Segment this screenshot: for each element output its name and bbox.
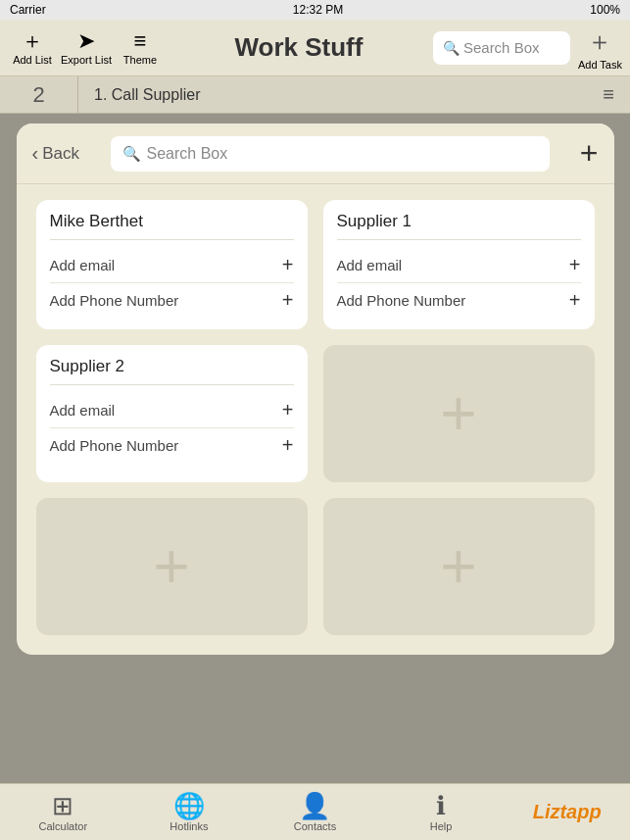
- toolbar-search-icon: 🔍: [443, 40, 460, 56]
- add-task-icon: ＋: [587, 25, 612, 59]
- time-text: 12:32 PM: [293, 3, 343, 17]
- add-phone-label-mike: Add Phone Number: [50, 292, 179, 309]
- add-email-row-supplier2[interactable]: Add email +: [50, 393, 294, 428]
- contact-card-mike: Mike Berthet Add email + Add Phone Numbe…: [36, 200, 308, 329]
- help-icon: ℹ: [436, 793, 446, 818]
- liztapp-logo: Liztapp: [504, 801, 630, 823]
- export-icon: ➤: [77, 30, 95, 52]
- modal-body: Mike Berthet Add email + Add Phone Numbe…: [17, 184, 614, 655]
- calculator-label: Calculator: [39, 820, 88, 832]
- add-new-plus-icon-3: +: [440, 535, 476, 598]
- toolbar-title: Work Stuff: [165, 32, 433, 63]
- add-phone-label-supplier2: Add Phone Number: [50, 437, 179, 454]
- theme-label: Theme: [123, 54, 157, 66]
- add-email-plus-supplier2[interactable]: +: [282, 399, 294, 421]
- contact-name-mike: Mike Berthet: [50, 212, 294, 240]
- tab-menu-button[interactable]: ≡: [587, 83, 630, 106]
- modal-header: ‹ Back 🔍 Search Box +: [17, 124, 614, 184]
- tab-number[interactable]: 2: [0, 76, 78, 113]
- contacts-icon: 👤: [299, 793, 330, 818]
- add-phone-plus-supplier1[interactable]: +: [569, 289, 581, 312]
- add-email-row-mike[interactable]: Add email +: [50, 248, 294, 283]
- tab-row: 2 1. Call Supplier ≡: [0, 76, 630, 114]
- contacts-modal: ‹ Back 🔍 Search Box + Mike Berthet Add e…: [17, 124, 614, 655]
- export-list-button[interactable]: ➤ Export List: [61, 30, 112, 66]
- add-email-plus-mike[interactable]: +: [282, 254, 294, 276]
- nav-contacts[interactable]: 👤 Contacts: [252, 784, 378, 840]
- add-phone-label-supplier1: Add Phone Number: [337, 292, 466, 309]
- hotlinks-label: Hotlinks: [170, 820, 208, 832]
- main-toolbar: ＋ Add List ➤ Export List ≡ Theme Work St…: [0, 20, 630, 76]
- add-new-contact-card-1[interactable]: +: [323, 345, 595, 482]
- modal-search-text: Search Box: [147, 145, 228, 163]
- add-phone-plus-mike[interactable]: +: [282, 289, 294, 312]
- liztapp-logo-text: Liztapp: [533, 801, 602, 823]
- add-list-button[interactable]: ＋ Add List: [8, 30, 57, 66]
- add-phone-row-supplier1[interactable]: Add Phone Number +: [337, 283, 581, 318]
- add-new-plus-icon-1: +: [440, 382, 476, 445]
- modal-add-button[interactable]: +: [559, 135, 599, 172]
- add-email-plus-supplier1[interactable]: +: [569, 254, 581, 276]
- export-list-label: Export List: [61, 54, 112, 66]
- modal-overlay: ‹ Back 🔍 Search Box + Mike Berthet Add e…: [0, 114, 630, 783]
- add-phone-row-mike[interactable]: Add Phone Number +: [50, 283, 294, 318]
- add-phone-plus-supplier2[interactable]: +: [282, 434, 294, 457]
- back-label: Back: [42, 144, 79, 164]
- toolbar-search-box[interactable]: 🔍 Search Box: [433, 31, 570, 65]
- carrier-text: Carrier: [10, 3, 46, 17]
- add-new-contact-card-2[interactable]: +: [36, 498, 308, 635]
- back-button[interactable]: ‹ Back: [32, 142, 101, 165]
- contact-card-supplier1: Supplier 1 Add email + Add Phone Number …: [323, 200, 595, 329]
- tab-task-title: 1. Call Supplier: [78, 86, 587, 104]
- add-email-label-mike: Add email: [50, 257, 116, 273]
- theme-icon: ≡: [134, 30, 147, 52]
- add-task-button[interactable]: ＋ Add Task: [578, 25, 622, 71]
- add-task-label: Add Task: [578, 59, 622, 71]
- theme-button[interactable]: ≡ Theme: [116, 30, 165, 66]
- add-phone-row-supplier2[interactable]: Add Phone Number +: [50, 428, 294, 463]
- contact-card-supplier2: Supplier 2 Add email + Add Phone Number …: [36, 345, 308, 482]
- back-chevron-icon: ‹: [32, 142, 39, 165]
- modal-search-box[interactable]: 🔍 Search Box: [111, 136, 550, 172]
- hotlinks-icon: 🌐: [173, 793, 205, 818]
- calculator-icon: ⊞: [52, 793, 73, 818]
- add-email-label-supplier2: Add email: [50, 402, 116, 419]
- contact-name-supplier1: Supplier 1: [337, 212, 581, 240]
- nav-calculator[interactable]: ⊞ Calculator: [0, 784, 126, 840]
- add-email-row-supplier1[interactable]: Add email +: [337, 248, 581, 283]
- help-label: Help: [430, 820, 453, 832]
- contacts-label: Contacts: [294, 820, 336, 832]
- contact-name-supplier2: Supplier 2: [50, 357, 294, 385]
- nav-help[interactable]: ℹ Help: [378, 784, 505, 840]
- add-new-plus-icon-2: +: [153, 535, 189, 598]
- battery-text: 100%: [590, 3, 620, 17]
- toolbar-search-text: Search Box: [463, 39, 540, 56]
- modal-search-icon: 🔍: [122, 145, 141, 163]
- add-email-label-supplier1: Add email: [337, 257, 403, 273]
- add-list-icon: ＋: [22, 30, 43, 52]
- bottom-nav: ⊞ Calculator 🌐 Hotlinks 👤 Contacts ℹ Hel…: [0, 783, 630, 840]
- add-list-label: Add List: [13, 54, 52, 66]
- nav-hotlinks[interactable]: 🌐 Hotlinks: [126, 784, 253, 840]
- status-bar: Carrier 12:32 PM 100%: [0, 0, 630, 20]
- add-new-contact-card-3[interactable]: +: [323, 498, 595, 635]
